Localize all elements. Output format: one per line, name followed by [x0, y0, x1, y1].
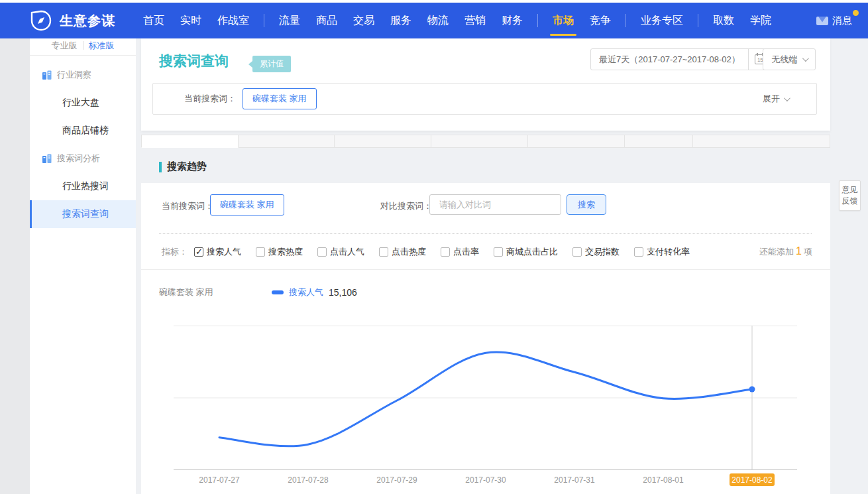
checkbox-icon — [441, 247, 450, 257]
checkbox-icon — [317, 247, 327, 257]
metric-label: 商城点击占比 — [506, 246, 558, 258]
messages-label: 消息 — [832, 15, 852, 27]
nav-item-service[interactable]: 服务 — [390, 3, 411, 38]
checkbox-icon — [572, 247, 582, 257]
query-controls-row: 当前搜索词： 碗碟套装 家用 对比搜索词： 搜索 — [141, 183, 830, 227]
terminal-select[interactable]: 无线端 — [763, 48, 816, 70]
nav-item-data-fetch[interactable]: 取数 — [713, 3, 734, 38]
nav-item-finance[interactable]: 财务 — [502, 3, 523, 38]
sidebar-section-label: 搜索词分析 — [57, 153, 100, 164]
compare-term-label: 对比搜索词： — [380, 200, 432, 212]
nav-item-business-zone[interactable]: 业务专区 — [641, 3, 683, 38]
page-title: 搜索词查询 — [159, 52, 229, 70]
legend-series-value: 15,106 — [329, 287, 357, 298]
tab[interactable] — [528, 135, 625, 148]
sycm-logo-icon — [30, 10, 52, 31]
metrics-label: 指标： — [162, 246, 188, 258]
nav-item-marketing[interactable]: 营销 — [464, 3, 486, 38]
metric-label: 搜索人气 — [207, 246, 241, 258]
trend-line-chart[interactable]: 2017-07-272017-07-282017-07-292017-07-30… — [174, 326, 797, 491]
cumulative-value-badge: 累计值 — [252, 56, 291, 72]
tab-active[interactable] — [141, 135, 239, 148]
remaining-count: 1 — [796, 245, 802, 257]
metric-label: 交易指数 — [585, 246, 620, 258]
tab[interactable] — [625, 135, 693, 148]
buildings-icon — [42, 154, 52, 163]
svg-text:2017-07-28: 2017-07-28 — [288, 475, 329, 485]
version-tab-standard[interactable]: 标准版 — [89, 40, 115, 52]
compare-term-input[interactable] — [439, 200, 556, 210]
tab[interactable] — [239, 135, 335, 148]
chevron-down-icon — [784, 95, 790, 101]
search-trend-card: 当前搜索词： 碗碟套装 家用 对比搜索词： 搜索 指标： 搜索人气 搜索热度 点… — [141, 183, 830, 494]
metric-checkbox-search-heat[interactable]: 搜索热度 — [256, 246, 303, 258]
metric-checkbox-click-heat[interactable]: 点击热度 — [379, 246, 426, 258]
sidebar-section-label: 行业洞察 — [57, 69, 91, 81]
metric-label: 点击人气 — [330, 246, 364, 258]
feedback-button[interactable]: 意见反馈 — [839, 180, 861, 211]
svg-text:2017-07-30: 2017-07-30 — [465, 475, 506, 485]
nav-item-traffic[interactable]: 流量 — [279, 3, 300, 38]
svg-text:2017-08-02: 2017-08-02 — [732, 475, 773, 485]
version-tab-pro[interactable]: 专业版 — [52, 40, 78, 52]
compare-term-input-wrap — [429, 194, 561, 215]
sidebar-item-hot-search-words[interactable]: 行业热搜词 — [30, 172, 136, 200]
current-term-chip[interactable]: 碗碟套装 家用 — [210, 194, 284, 216]
accent-bar — [159, 162, 162, 172]
nav-item-goods[interactable]: 商品 — [316, 3, 337, 38]
metric-checkbox-search-popularity[interactable]: 搜索人气 — [194, 246, 241, 258]
chart-legend-row: 碗碟套装 家用 搜索人气 15,106 — [141, 279, 830, 306]
page-header-card: 搜索词查询 累计值 最近7天（2017-07-27~2017-08-02） 15… — [141, 38, 830, 131]
nav-item-competition[interactable]: 竞争 — [590, 3, 611, 38]
metric-checkbox-pay-conversion[interactable]: 支付转化率 — [634, 246, 690, 258]
svg-text:2017-07-31: 2017-07-31 — [554, 475, 595, 485]
checkbox-icon — [379, 247, 388, 257]
current-term-box: 当前搜索词： 碗碟套装 家用 展开 — [152, 83, 817, 115]
brand-title[interactable]: 生意参谋 — [60, 12, 115, 30]
date-range-picker[interactable]: 最近7天（2017-07-27~2017-08-02） 15 — [590, 48, 773, 70]
expand-toggle[interactable]: 展开 — [763, 93, 788, 105]
buildings-icon — [42, 70, 52, 80]
result-tab-strip — [141, 135, 830, 148]
metric-checkbox-click-rate[interactable]: 点击率 — [441, 246, 479, 258]
sidebar-item-product-shop-ranking[interactable]: 商品店铺榜 — [30, 117, 136, 145]
current-term-label: 当前搜索词： — [162, 200, 213, 212]
checkbox-icon — [494, 247, 503, 257]
nav-divider — [537, 14, 538, 27]
top-nav: 生意参谋 首页 实时 作战室 流量 商品 交易 服务 物流 营销 财务 市场 竞… — [0, 3, 868, 38]
sidebar-section-industry-insight: 行业洞察 — [30, 61, 136, 89]
metric-label: 点击热度 — [392, 246, 426, 258]
date-range-text: 最近7天（2017-07-27~2017-08-02） — [591, 49, 748, 70]
nav-item-trade[interactable]: 交易 — [353, 3, 374, 38]
sidebar: 专业版 标准版 行业洞察 行业大盘 商品店铺榜 搜索词分析 — [30, 38, 136, 494]
expand-label: 展开 — [763, 93, 780, 105]
nav-divider — [264, 14, 264, 27]
current-term-label: 当前搜索词： — [184, 93, 236, 105]
tab[interactable] — [335, 135, 431, 148]
nav-item-academy[interactable]: 学院 — [750, 3, 771, 38]
svg-text:2017-07-29: 2017-07-29 — [376, 475, 417, 485]
chevron-down-icon — [802, 55, 808, 62]
tab[interactable] — [431, 135, 528, 148]
section-header-search-trend: 搜索趋势 — [159, 160, 207, 173]
search-button[interactable]: 搜索 — [567, 194, 606, 215]
metrics-row: 指标： 搜索人气 搜索热度 点击人气 点击热度 点击率 商城点击占比 交易指数 … — [141, 234, 830, 270]
sidebar-item-search-word-query[interactable]: 搜索词查询 — [30, 200, 136, 228]
version-switcher: 专业版 标准版 — [30, 38, 136, 56]
metric-checkbox-mall-click-share[interactable]: 商城点击占比 — [494, 246, 558, 258]
nav-item-market[interactable]: 市场 — [553, 3, 574, 38]
metric-checkbox-trade-index[interactable]: 交易指数 — [572, 246, 620, 258]
nav-item-home[interactable]: 首页 — [143, 3, 164, 38]
nav-item-realtime[interactable]: 实时 — [180, 3, 201, 38]
nav-item-warroom[interactable]: 作战室 — [217, 3, 249, 38]
checkbox-icon — [194, 247, 203, 257]
legend-series-name[interactable]: 搜索人气 — [289, 286, 323, 298]
metric-label: 点击率 — [453, 246, 479, 258]
nav-item-logistics[interactable]: 物流 — [427, 3, 449, 38]
tab[interactable] — [693, 135, 830, 148]
metric-checkbox-click-popularity[interactable]: 点击人气 — [317, 246, 364, 258]
current-term-chip[interactable]: 碗碟套装 家用 — [243, 88, 317, 109]
messages-button[interactable]: 消息 — [816, 15, 852, 27]
sidebar-item-industry-dashboard[interactable]: 行业大盘 — [30, 89, 136, 117]
nav-divider — [698, 14, 698, 27]
